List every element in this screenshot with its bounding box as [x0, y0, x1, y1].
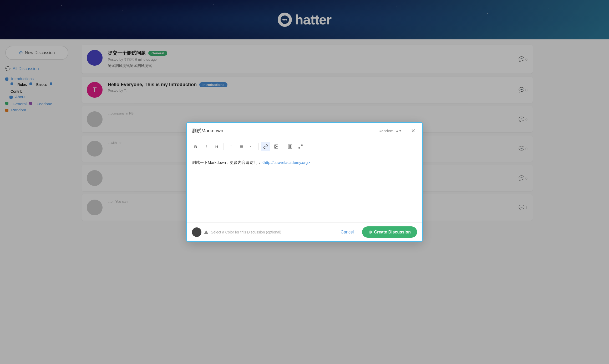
editor-link: <http://laravelacademy.org>	[261, 160, 310, 165]
svg-rect-7	[291, 145, 292, 148]
ordered-list-button[interactable]: ≔	[247, 142, 256, 151]
image-button[interactable]	[271, 142, 281, 151]
editor-toolbar: B I H " ☰ ≔	[187, 139, 422, 154]
editor-text: 测试一下Markdown，更多内容请访问：	[192, 160, 261, 165]
category-selector[interactable]: Random ▲▼	[375, 127, 405, 135]
svg-point-5	[275, 145, 276, 146]
bold-button[interactable]: B	[191, 142, 200, 151]
modal-footer: Select a Color for this Discussion (opti…	[187, 222, 422, 241]
create-label: Create Discussion	[374, 230, 411, 235]
cancel-button[interactable]: Cancel	[337, 227, 358, 237]
create-discussion-button[interactable]: ⊕ Create Discussion	[362, 226, 417, 238]
create-discussion-modal: Random ▲▼ ✕ B I H " ☰ ≔	[186, 122, 423, 242]
color-triangle-icon	[204, 230, 208, 234]
category-value: Random	[379, 129, 394, 133]
svg-line-9	[299, 147, 300, 148]
svg-rect-6	[288, 145, 290, 148]
svg-line-8	[301, 145, 302, 146]
unordered-list-button[interactable]: ☰	[236, 142, 246, 151]
editor-content[interactable]: 测试一下Markdown，更多内容请访问：<http://laravelacad…	[187, 154, 422, 222]
color-picker-area[interactable]: Select a Color for this Discussion (opti…	[192, 227, 332, 237]
chevron-down-icon: ▲▼	[395, 129, 402, 133]
color-placeholder: Select a Color for this Discussion (opti…	[211, 230, 281, 234]
italic-button[interactable]: I	[201, 142, 211, 151]
color-circle	[192, 227, 201, 237]
heading-button[interactable]: H	[212, 142, 221, 151]
modal-header: Random ▲▼ ✕	[187, 123, 422, 139]
toolbar-separator	[224, 143, 224, 150]
discussion-title-input[interactable]	[192, 128, 371, 134]
columns-button[interactable]	[285, 142, 295, 151]
link-button[interactable]	[261, 142, 270, 151]
toolbar-separator-3	[283, 143, 283, 150]
modal-close-button[interactable]: ✕	[409, 127, 417, 135]
expand-button[interactable]	[296, 142, 305, 151]
plus-icon: ⊕	[368, 230, 372, 235]
modal-overlay: Random ▲▼ ✕ B I H " ☰ ≔	[0, 0, 609, 364]
toolbar-separator-2	[258, 143, 259, 150]
quote-button[interactable]: "	[226, 142, 235, 151]
